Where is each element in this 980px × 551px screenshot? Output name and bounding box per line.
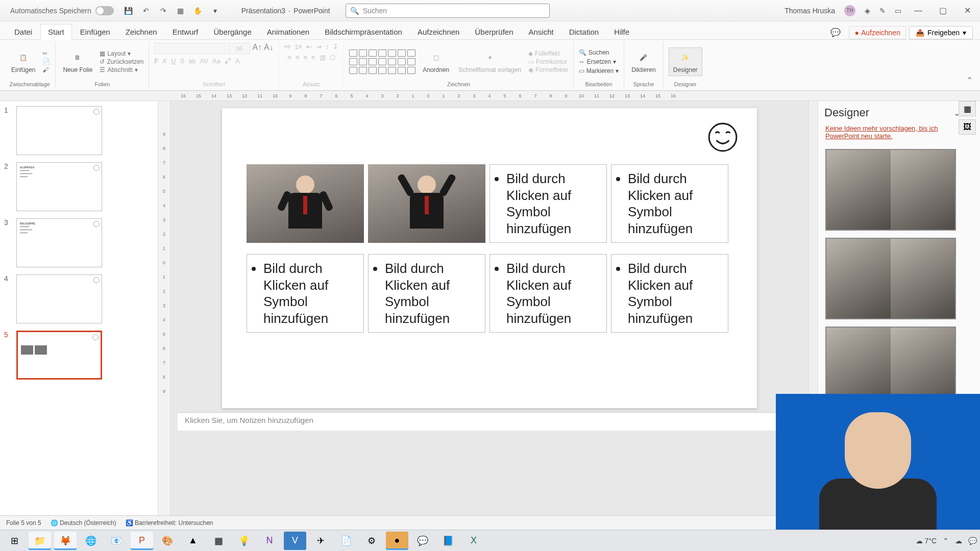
outlook-icon[interactable]: 📧 xyxy=(105,532,128,550)
firefox-icon[interactable]: 🦊 xyxy=(54,532,77,550)
tab-ansicht[interactable]: Ansicht xyxy=(522,24,561,39)
tray-chat-icon[interactable]: 💬 xyxy=(968,537,977,545)
line-spacing-icon[interactable]: ↕ xyxy=(326,43,329,51)
language-status[interactable]: 🌐 Deutsch (Österreich) xyxy=(51,519,116,527)
shape-effects-button[interactable]: ◉ Formeffekte xyxy=(528,66,568,73)
explorer-icon[interactable]: 📁 xyxy=(29,532,51,550)
app-icon-4[interactable]: V xyxy=(284,532,306,550)
numbering-icon[interactable]: 1≡ xyxy=(295,43,302,51)
thumbnail-3[interactable]: BALOUDPEL━━━━━━━━━━━━━━━━━━━ xyxy=(16,218,102,267)
indent-inc-icon[interactable]: ⇥ xyxy=(316,43,322,51)
pen-icon[interactable]: ✎ xyxy=(879,7,886,15)
layout-button[interactable]: ▦ Layout ▾ xyxy=(100,50,143,57)
smiley-icon[interactable] xyxy=(707,121,739,153)
tray-cloud-icon[interactable]: ☁ xyxy=(955,537,962,545)
font-size-input[interactable]: 36 xyxy=(228,43,250,54)
design-option-2[interactable] xyxy=(825,238,956,319)
smartart-icon[interactable]: ⬡ xyxy=(330,54,335,61)
designer-button[interactable]: ✨Designer xyxy=(669,47,702,76)
case-icon[interactable]: Aa xyxy=(212,57,220,65)
image-placeholder-7[interactable]: Bild durch Klicken auf Symbol hinzufügen xyxy=(489,254,607,333)
qat-more-icon[interactable]: ▾ xyxy=(210,5,221,16)
shapes-gallery[interactable] xyxy=(349,49,415,74)
font-color-icon[interactable]: A xyxy=(235,57,240,65)
thumbnail-2[interactable]: ALUPRAGA━━━━━━━━━━━━━━━━━━━ xyxy=(16,162,102,211)
tab-hilfe[interactable]: Hilfe xyxy=(607,24,636,39)
tab-einfuegen[interactable]: Einfügen xyxy=(73,24,117,39)
cut-icon[interactable]: ✂ xyxy=(42,50,50,57)
tab-ueberpruefen[interactable]: Überprüfen xyxy=(468,24,520,39)
app-icon-1[interactable]: 🎨 xyxy=(156,532,179,550)
thumbnail-5[interactable] xyxy=(16,331,102,380)
diamond-icon[interactable]: ◈ xyxy=(865,7,870,15)
onenote-icon[interactable]: N xyxy=(258,532,281,550)
strike-icon[interactable]: S xyxy=(180,57,184,65)
image-placeholder-8[interactable]: Bild durch Klicken auf Symbol hinzufügen xyxy=(611,254,728,333)
app-icon-6[interactable]: ⚙ xyxy=(360,532,383,550)
image-placeholder-6[interactable]: Bild durch Klicken auf Symbol hinzufügen xyxy=(368,254,485,333)
image-placeholder-3[interactable]: Bild durch Klicken auf Symbol hinzufügen xyxy=(489,164,607,243)
search-input[interactable]: 🔍 Suchen xyxy=(346,4,550,18)
notes-pane[interactable]: Klicken Sie, um Notizen hinzuzufügen xyxy=(178,412,801,431)
design-option-1[interactable] xyxy=(825,149,956,231)
spacing-icon[interactable]: AV xyxy=(200,57,208,65)
app-icon-2[interactable]: ▦ xyxy=(207,532,230,550)
tab-uebergaenge[interactable]: Übergänge xyxy=(207,24,259,39)
slide-counter[interactable]: Folie 5 von 5 xyxy=(6,519,41,527)
font-name-input[interactable] xyxy=(154,43,226,54)
chrome-icon[interactable]: 🌐 xyxy=(80,532,102,550)
vlc-icon[interactable]: ▲ xyxy=(182,532,204,550)
shape-outline-button[interactable]: ▭ Formkontur xyxy=(528,58,568,65)
slide-canvas[interactable]: Bild durch Klicken auf Symbol hinzufügen… xyxy=(222,108,757,408)
weather-widget[interactable]: ☁ 7°C xyxy=(916,537,937,545)
align-right-icon[interactable]: ≡ xyxy=(304,54,308,61)
panel-tab-2-icon[interactable]: 🖼 xyxy=(959,119,976,135)
panel-tab-1-icon[interactable]: ▦ xyxy=(959,101,976,116)
tab-animationen[interactable]: Animationen xyxy=(260,24,316,39)
format-painter-icon[interactable]: 🖌 xyxy=(42,66,50,73)
find-button[interactable]: 🔍 Suchen xyxy=(579,49,619,56)
bullets-icon[interactable]: •≡ xyxy=(284,43,290,51)
tab-start[interactable]: Start xyxy=(40,24,72,40)
shadow-icon[interactable]: ab xyxy=(188,57,195,65)
align-left-icon[interactable]: ≡ xyxy=(287,54,291,61)
tab-aufzeichnen[interactable]: Aufzeichnen xyxy=(410,24,467,39)
share-button[interactable]: 📤 Freigeben ▾ xyxy=(909,26,973,39)
justify-icon[interactable]: ≡ xyxy=(311,54,315,61)
excel-icon[interactable]: X xyxy=(462,532,485,550)
undo-icon[interactable]: ↶ xyxy=(140,5,152,16)
image-placeholder-5[interactable]: Bild durch Klicken auf Symbol hinzufügen xyxy=(247,254,364,333)
tab-entwurf[interactable]: Entwurf xyxy=(165,24,206,39)
user-avatar[interactable]: TH xyxy=(844,5,855,16)
thumbnail-4[interactable] xyxy=(16,274,102,323)
designer-message-link[interactable]: Keine Ideen mehr vorschlagen, bis ich Po… xyxy=(818,124,980,145)
copy-icon[interactable]: 📄 xyxy=(42,58,50,65)
toggle-switch-icon[interactable] xyxy=(95,6,114,15)
user-name[interactable]: Thomas Hruska xyxy=(785,7,835,15)
tray-chevron-icon[interactable]: ⌃ xyxy=(943,537,949,545)
grow-font-icon[interactable]: A↑ xyxy=(252,43,262,54)
reset-button[interactable]: ↺ Zurücksetzen xyxy=(100,58,143,65)
app-icon-3[interactable]: 💡 xyxy=(233,532,255,550)
maximize-button[interactable]: ▢ xyxy=(935,6,950,15)
arrange-button[interactable]: ⬚Anordnen xyxy=(421,49,451,74)
autosave-toggle[interactable]: Automatisches Speichern xyxy=(10,6,114,15)
image-placeholder-1[interactable] xyxy=(247,164,364,243)
image-placeholder-4[interactable]: Bild durch Klicken auf Symbol hinzufügen xyxy=(611,164,728,243)
highlight-icon[interactable]: 🖍 xyxy=(225,57,231,65)
bold-icon[interactable]: F xyxy=(154,57,158,65)
italic-icon[interactable]: K xyxy=(162,57,167,65)
quick-styles-button[interactable]: ✦Schnellformat vorlagen xyxy=(456,49,523,74)
thumbnail-1[interactable] xyxy=(16,106,102,155)
columns-icon[interactable]: ▥ xyxy=(320,54,326,61)
save-icon[interactable]: 💾 xyxy=(123,5,134,16)
tab-datei[interactable]: Datei xyxy=(7,24,39,39)
record-button[interactable]: ● Aufzeichnen xyxy=(849,26,906,39)
align-center-icon[interactable]: ≡ xyxy=(296,54,300,61)
indent-dec-icon[interactable]: ⇤ xyxy=(306,43,312,51)
app-icon-7[interactable]: ● xyxy=(386,532,408,550)
image-placeholder-2[interactable] xyxy=(368,164,485,243)
select-button[interactable]: ▭ Markieren ▾ xyxy=(579,67,619,74)
section-button[interactable]: ☰ Abschnitt ▾ xyxy=(100,66,143,73)
close-button[interactable]: ✕ xyxy=(960,6,975,15)
